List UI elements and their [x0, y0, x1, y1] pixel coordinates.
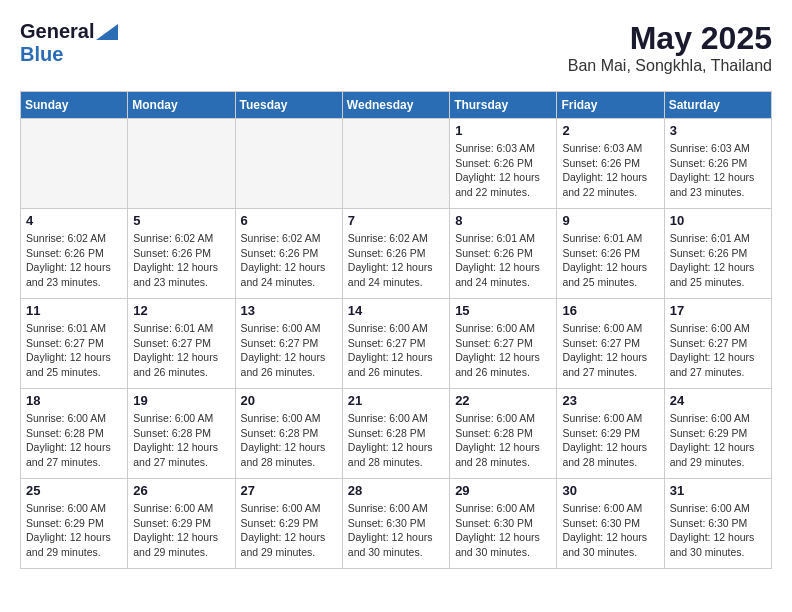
calendar-day-cell: 25Sunrise: 6:00 AM Sunset: 6:29 PM Dayli…	[21, 479, 128, 569]
day-info: Sunrise: 6:00 AM Sunset: 6:28 PM Dayligh…	[241, 411, 337, 470]
day-info: Sunrise: 6:00 AM Sunset: 6:29 PM Dayligh…	[241, 501, 337, 560]
calendar-day-cell: 27Sunrise: 6:00 AM Sunset: 6:29 PM Dayli…	[235, 479, 342, 569]
calendar-day-cell: 6Sunrise: 6:02 AM Sunset: 6:26 PM Daylig…	[235, 209, 342, 299]
calendar-day-cell: 31Sunrise: 6:00 AM Sunset: 6:30 PM Dayli…	[664, 479, 771, 569]
calendar-day-cell	[21, 119, 128, 209]
weekday-header: Tuesday	[235, 92, 342, 119]
calendar-day-cell: 16Sunrise: 6:00 AM Sunset: 6:27 PM Dayli…	[557, 299, 664, 389]
day-number: 22	[455, 393, 551, 408]
calendar-day-cell: 12Sunrise: 6:01 AM Sunset: 6:27 PM Dayli…	[128, 299, 235, 389]
calendar-day-cell: 18Sunrise: 6:00 AM Sunset: 6:28 PM Dayli…	[21, 389, 128, 479]
day-info: Sunrise: 6:00 AM Sunset: 6:28 PM Dayligh…	[133, 411, 229, 470]
day-info: Sunrise: 6:02 AM Sunset: 6:26 PM Dayligh…	[241, 231, 337, 290]
day-number: 18	[26, 393, 122, 408]
weekday-header: Saturday	[664, 92, 771, 119]
day-number: 3	[670, 123, 766, 138]
calendar-day-cell: 7Sunrise: 6:02 AM Sunset: 6:26 PM Daylig…	[342, 209, 449, 299]
day-info: Sunrise: 6:03 AM Sunset: 6:26 PM Dayligh…	[562, 141, 658, 200]
calendar-day-cell: 19Sunrise: 6:00 AM Sunset: 6:28 PM Dayli…	[128, 389, 235, 479]
day-number: 17	[670, 303, 766, 318]
day-info: Sunrise: 6:01 AM Sunset: 6:26 PM Dayligh…	[455, 231, 551, 290]
day-info: Sunrise: 6:00 AM Sunset: 6:29 PM Dayligh…	[670, 411, 766, 470]
calendar-day-cell: 14Sunrise: 6:00 AM Sunset: 6:27 PM Dayli…	[342, 299, 449, 389]
calendar-table: SundayMondayTuesdayWednesdayThursdayFrid…	[20, 91, 772, 569]
day-number: 14	[348, 303, 444, 318]
day-number: 11	[26, 303, 122, 318]
day-info: Sunrise: 6:00 AM Sunset: 6:27 PM Dayligh…	[670, 321, 766, 380]
day-number: 30	[562, 483, 658, 498]
calendar-day-cell: 26Sunrise: 6:00 AM Sunset: 6:29 PM Dayli…	[128, 479, 235, 569]
day-info: Sunrise: 6:00 AM Sunset: 6:27 PM Dayligh…	[348, 321, 444, 380]
logo-general: General	[20, 20, 94, 43]
day-number: 19	[133, 393, 229, 408]
title-block: May 2025 Ban Mai, Songkhla, Thailand	[568, 20, 772, 75]
day-info: Sunrise: 6:00 AM Sunset: 6:29 PM Dayligh…	[562, 411, 658, 470]
day-info: Sunrise: 6:00 AM Sunset: 6:28 PM Dayligh…	[26, 411, 122, 470]
day-number: 27	[241, 483, 337, 498]
calendar-day-cell	[235, 119, 342, 209]
calendar-day-cell: 5Sunrise: 6:02 AM Sunset: 6:26 PM Daylig…	[128, 209, 235, 299]
day-number: 20	[241, 393, 337, 408]
day-info: Sunrise: 6:02 AM Sunset: 6:26 PM Dayligh…	[348, 231, 444, 290]
calendar-week-row: 4Sunrise: 6:02 AM Sunset: 6:26 PM Daylig…	[21, 209, 772, 299]
weekday-header: Friday	[557, 92, 664, 119]
calendar-day-cell: 21Sunrise: 6:00 AM Sunset: 6:28 PM Dayli…	[342, 389, 449, 479]
day-info: Sunrise: 6:00 AM Sunset: 6:28 PM Dayligh…	[455, 411, 551, 470]
day-info: Sunrise: 6:00 AM Sunset: 6:29 PM Dayligh…	[26, 501, 122, 560]
calendar-day-cell: 4Sunrise: 6:02 AM Sunset: 6:26 PM Daylig…	[21, 209, 128, 299]
calendar-day-cell: 15Sunrise: 6:00 AM Sunset: 6:27 PM Dayli…	[450, 299, 557, 389]
day-info: Sunrise: 6:00 AM Sunset: 6:27 PM Dayligh…	[241, 321, 337, 380]
day-number: 9	[562, 213, 658, 228]
weekday-header: Thursday	[450, 92, 557, 119]
day-number: 24	[670, 393, 766, 408]
calendar-header-row: SundayMondayTuesdayWednesdayThursdayFrid…	[21, 92, 772, 119]
day-number: 15	[455, 303, 551, 318]
calendar-week-row: 25Sunrise: 6:00 AM Sunset: 6:29 PM Dayli…	[21, 479, 772, 569]
day-info: Sunrise: 6:01 AM Sunset: 6:26 PM Dayligh…	[670, 231, 766, 290]
weekday-header: Wednesday	[342, 92, 449, 119]
calendar-day-cell: 10Sunrise: 6:01 AM Sunset: 6:26 PM Dayli…	[664, 209, 771, 299]
calendar-week-row: 18Sunrise: 6:00 AM Sunset: 6:28 PM Dayli…	[21, 389, 772, 479]
day-info: Sunrise: 6:01 AM Sunset: 6:27 PM Dayligh…	[133, 321, 229, 380]
day-number: 16	[562, 303, 658, 318]
day-number: 10	[670, 213, 766, 228]
calendar-day-cell: 22Sunrise: 6:00 AM Sunset: 6:28 PM Dayli…	[450, 389, 557, 479]
day-info: Sunrise: 6:02 AM Sunset: 6:26 PM Dayligh…	[133, 231, 229, 290]
day-number: 1	[455, 123, 551, 138]
calendar-day-cell: 17Sunrise: 6:00 AM Sunset: 6:27 PM Dayli…	[664, 299, 771, 389]
calendar-week-row: 11Sunrise: 6:01 AM Sunset: 6:27 PM Dayli…	[21, 299, 772, 389]
logo-blue: Blue	[20, 43, 63, 65]
day-number: 13	[241, 303, 337, 318]
calendar-day-cell: 20Sunrise: 6:00 AM Sunset: 6:28 PM Dayli…	[235, 389, 342, 479]
day-number: 26	[133, 483, 229, 498]
logo: General Blue	[20, 20, 118, 66]
calendar-week-row: 1Sunrise: 6:03 AM Sunset: 6:26 PM Daylig…	[21, 119, 772, 209]
calendar-day-cell: 29Sunrise: 6:00 AM Sunset: 6:30 PM Dayli…	[450, 479, 557, 569]
calendar-day-cell: 13Sunrise: 6:00 AM Sunset: 6:27 PM Dayli…	[235, 299, 342, 389]
day-info: Sunrise: 6:00 AM Sunset: 6:28 PM Dayligh…	[348, 411, 444, 470]
calendar-day-cell: 11Sunrise: 6:01 AM Sunset: 6:27 PM Dayli…	[21, 299, 128, 389]
logo-icon	[96, 24, 118, 40]
weekday-header: Monday	[128, 92, 235, 119]
day-info: Sunrise: 6:01 AM Sunset: 6:26 PM Dayligh…	[562, 231, 658, 290]
day-info: Sunrise: 6:00 AM Sunset: 6:30 PM Dayligh…	[348, 501, 444, 560]
day-info: Sunrise: 6:00 AM Sunset: 6:29 PM Dayligh…	[133, 501, 229, 560]
day-number: 7	[348, 213, 444, 228]
calendar-day-cell: 8Sunrise: 6:01 AM Sunset: 6:26 PM Daylig…	[450, 209, 557, 299]
day-info: Sunrise: 6:03 AM Sunset: 6:26 PM Dayligh…	[670, 141, 766, 200]
day-number: 28	[348, 483, 444, 498]
calendar-day-cell: 28Sunrise: 6:00 AM Sunset: 6:30 PM Dayli…	[342, 479, 449, 569]
day-number: 21	[348, 393, 444, 408]
day-number: 8	[455, 213, 551, 228]
calendar-day-cell: 23Sunrise: 6:00 AM Sunset: 6:29 PM Dayli…	[557, 389, 664, 479]
month-year-title: May 2025	[568, 20, 772, 57]
day-info: Sunrise: 6:00 AM Sunset: 6:30 PM Dayligh…	[562, 501, 658, 560]
day-info: Sunrise: 6:02 AM Sunset: 6:26 PM Dayligh…	[26, 231, 122, 290]
calendar-day-cell: 3Sunrise: 6:03 AM Sunset: 6:26 PM Daylig…	[664, 119, 771, 209]
day-number: 2	[562, 123, 658, 138]
svg-marker-0	[96, 24, 118, 40]
day-info: Sunrise: 6:01 AM Sunset: 6:27 PM Dayligh…	[26, 321, 122, 380]
day-number: 25	[26, 483, 122, 498]
day-number: 5	[133, 213, 229, 228]
calendar-day-cell: 9Sunrise: 6:01 AM Sunset: 6:26 PM Daylig…	[557, 209, 664, 299]
